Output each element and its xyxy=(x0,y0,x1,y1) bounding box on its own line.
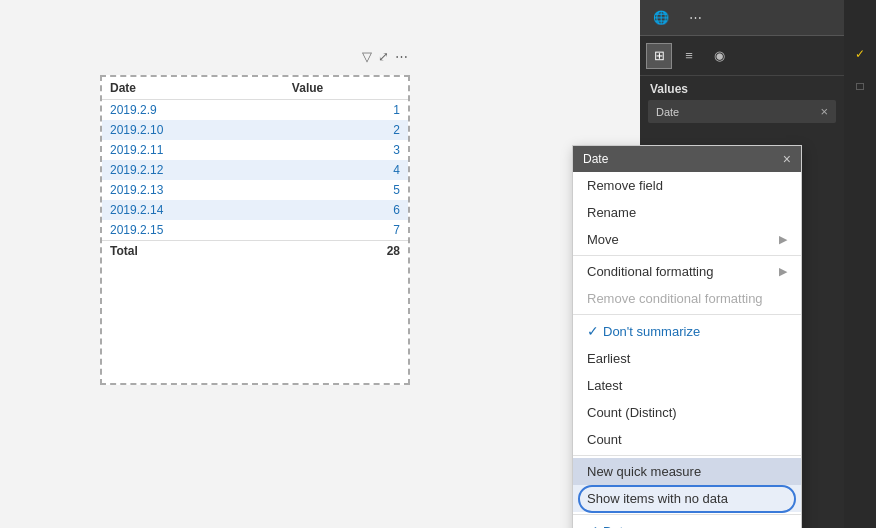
check-icon: ✓ xyxy=(587,323,599,339)
table-viz-icon[interactable]: ⊞ xyxy=(646,43,672,69)
menu-item-conditional-formatting[interactable]: Conditional formatting ▶ xyxy=(573,258,801,285)
menu-item-show-items-no-data[interactable]: Show items with no data xyxy=(573,485,801,512)
date-check-icon: ✓ xyxy=(587,523,599,528)
viz-icons-row: ⊞ ≡ ◉ xyxy=(640,36,844,76)
cell-date: 2019.2.11 xyxy=(102,140,284,160)
cell-date: 2019.2.9 xyxy=(102,100,284,121)
field-row-date: Date × xyxy=(648,100,836,123)
dots-icon[interactable]: ⋯ xyxy=(680,3,710,33)
data-table: Date Value 2019.2.912019.2.1022019.2.113… xyxy=(102,77,408,261)
separator-2 xyxy=(573,314,801,315)
menu-item-remove-field[interactable]: Remove field xyxy=(573,172,801,199)
cell-date: 2019.2.13 xyxy=(102,180,284,200)
context-menu-title: Date xyxy=(583,152,608,166)
globe-icon[interactable]: 🌐 xyxy=(646,3,676,33)
col-header-value: Value xyxy=(284,77,408,100)
separator-3 xyxy=(573,455,801,456)
move-arrow-icon: ▶ xyxy=(779,233,787,246)
total-value: 28 xyxy=(284,241,408,262)
total-label: Total xyxy=(102,241,284,262)
side-icons-col: ✓ □ xyxy=(844,0,876,528)
table-row: 2019.2.135 xyxy=(102,180,408,200)
table-toolbar: ▽ ⤢ ⋯ xyxy=(362,49,408,64)
table-row: 2019.2.91 xyxy=(102,100,408,121)
cell-value: 5 xyxy=(284,180,408,200)
cell-value: 4 xyxy=(284,160,408,180)
table-widget: ▽ ⤢ ⋯ Date Value 2019.2.912019.2.1022019… xyxy=(100,75,410,385)
menu-item-dont-summarize[interactable]: ✓ Don't summarize xyxy=(573,317,801,345)
field-remove-icon[interactable]: × xyxy=(820,104,828,119)
context-menu: Date × Remove field Rename Move ▶ Condit… xyxy=(572,145,802,528)
menu-item-remove-conditional: Remove conditional formatting xyxy=(573,285,801,312)
cell-value: 6 xyxy=(284,200,408,220)
filter-icon[interactable]: ▽ xyxy=(362,49,372,64)
table-row: 2019.2.146 xyxy=(102,200,408,220)
context-menu-header: Date × xyxy=(573,146,801,172)
list-viz-icon[interactable]: ≡ xyxy=(676,43,702,69)
table-row: 2019.2.113 xyxy=(102,140,408,160)
field-name: Date xyxy=(656,106,679,118)
cell-date: 2019.2.15 xyxy=(102,220,284,241)
conditional-arrow-icon: ▶ xyxy=(779,265,787,278)
side-item-2[interactable]: □ xyxy=(846,72,874,100)
cell-value: 3 xyxy=(284,140,408,160)
menu-item-count[interactable]: Count xyxy=(573,426,801,453)
menu-item-latest[interactable]: Latest xyxy=(573,372,801,399)
menu-item-new-quick-measure[interactable]: New quick measure xyxy=(573,458,801,485)
cell-date: 2019.2.14 xyxy=(102,200,284,220)
table-row: 2019.2.124 xyxy=(102,160,408,180)
expand-icon[interactable]: ⤢ xyxy=(378,49,389,64)
side-check-icon[interactable]: ✓ xyxy=(846,40,874,68)
menu-item-move[interactable]: Move ▶ xyxy=(573,226,801,253)
col-header-date: Date xyxy=(102,77,284,100)
canvas-area: ▽ ⤢ ⋯ Date Value 2019.2.912019.2.1022019… xyxy=(0,0,640,528)
separator-4 xyxy=(573,514,801,515)
gauge-viz-icon[interactable]: ◉ xyxy=(706,43,732,69)
table-row: 2019.2.102 xyxy=(102,120,408,140)
cell-date: 2019.2.12 xyxy=(102,160,284,180)
cell-date: 2019.2.10 xyxy=(102,120,284,140)
table-row: 2019.2.157 xyxy=(102,220,408,241)
top-nav-icons: 🌐 ⋯ xyxy=(640,0,844,36)
menu-item-earliest[interactable]: Earliest xyxy=(573,345,801,372)
cell-value: 1 xyxy=(284,100,408,121)
separator-1 xyxy=(573,255,801,256)
context-menu-close-icon[interactable]: × xyxy=(783,151,791,167)
cell-value: 2 xyxy=(284,120,408,140)
menu-item-date[interactable]: ✓ Date xyxy=(573,517,801,528)
menu-item-count-distinct[interactable]: Count (Distinct) xyxy=(573,399,801,426)
menu-item-rename[interactable]: Rename xyxy=(573,199,801,226)
cell-value: 7 xyxy=(284,220,408,241)
values-label: Values xyxy=(650,82,688,96)
values-section-label: Values xyxy=(640,76,844,98)
more-icon[interactable]: ⋯ xyxy=(395,49,408,64)
